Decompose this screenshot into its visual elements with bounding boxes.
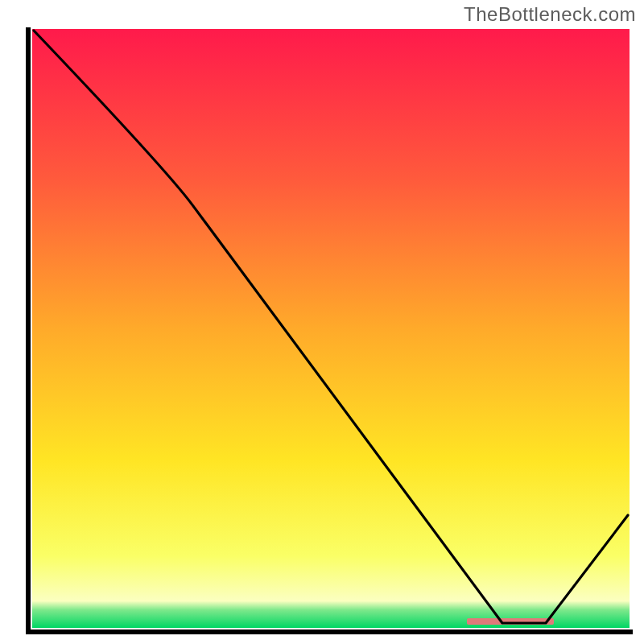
bottleneck-chart: TheBottleneck.com bbox=[0, 0, 644, 644]
watermark-label: TheBottleneck.com bbox=[464, 3, 636, 26]
chart-svg bbox=[0, 0, 644, 644]
plot-background bbox=[32, 29, 630, 628]
x-axis bbox=[26, 630, 633, 634]
y-axis bbox=[26, 27, 31, 634]
